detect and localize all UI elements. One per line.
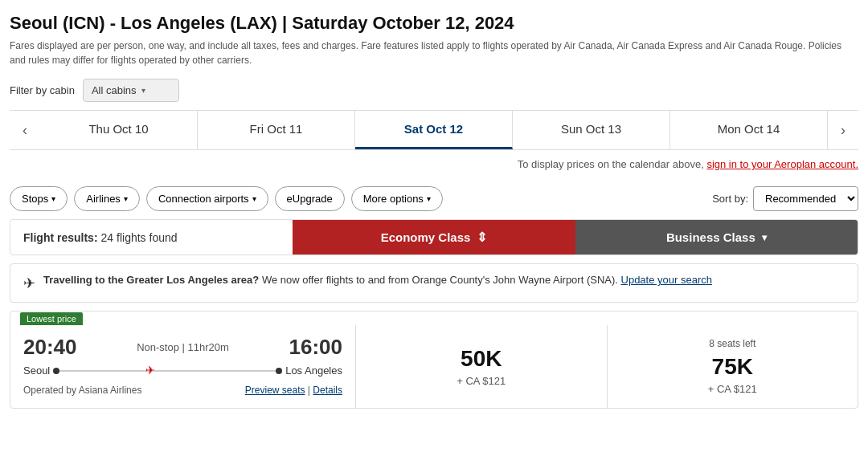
date-fri-oct11[interactable]: Fri Oct 11 [198, 111, 355, 149]
business-caret-icon: ▾ [762, 232, 767, 243]
flight-footer: Operated by Asiana Airlines Preview seat… [23, 385, 342, 396]
plane-icon: ✈ [23, 275, 35, 292]
stops-filter-button[interactable]: Stops ▾ [10, 186, 68, 211]
city-to: Los Angeles [285, 364, 342, 377]
city-from: Seoul [23, 364, 50, 377]
business-class-label: Business Class [666, 230, 755, 244]
route-dot-right [276, 368, 282, 374]
route-line: ✈ [56, 370, 279, 372]
connection-filter-button[interactable]: Connection airports ▾ [146, 186, 268, 211]
flight-links: Preview seats | Details [245, 385, 342, 396]
page-header: Seoul (ICN) - Los Angeles (LAX) | Saturd… [0, 0, 868, 71]
economy-class-label: Economy Class [381, 230, 471, 244]
more-options-button[interactable]: More options ▾ [351, 186, 443, 211]
page-subtitle: Fares displayed are per person, one way,… [10, 39, 858, 67]
economy-class-button[interactable]: Economy Class ⇕ [293, 220, 575, 255]
details-link[interactable]: Details [313, 385, 342, 396]
flight-times: 20:40 Non-stop | 11hr20m 16:00 [23, 335, 342, 360]
next-date-button[interactable]: › [828, 111, 858, 149]
aeroplan-text: To display prices on the calendar above, [518, 158, 704, 170]
results-count: 24 flights found [101, 231, 178, 244]
date-sun-oct13[interactable]: Sun Oct 13 [513, 111, 670, 149]
eupgrade-filter-label: eUpgrade [287, 193, 333, 205]
eupgrade-filter-button[interactable]: eUpgrade [275, 186, 345, 211]
badge-row: Lowest price [10, 312, 858, 325]
results-bar: Flight results: 24 flights found Economy… [10, 219, 858, 255]
date-mon-oct14[interactable]: Mon Oct 14 [670, 111, 828, 149]
preview-seats-link[interactable]: Preview seats [245, 385, 305, 396]
business-price-sub: + CA $121 [708, 383, 757, 395]
cabin-filter-value: All cabins [92, 84, 137, 96]
page-title: Seoul (ICN) - Los Angeles (LAX) | Saturd… [10, 13, 858, 34]
date-thu-oct10[interactable]: Thu Oct 10 [40, 111, 198, 149]
flight-card: Lowest price 20:40 Non-stop | 11hr20m 16… [10, 311, 858, 409]
prev-date-button[interactable]: ‹ [10, 111, 40, 149]
flight-main: 20:40 Non-stop | 11hr20m 16:00 Seoul ✈ L… [10, 325, 858, 408]
travel-banner: ✈ Travelling to the Greater Los Angeles … [10, 263, 858, 303]
flight-middle: Non-stop | 11hr20m [77, 341, 289, 353]
depart-time: 20:40 [23, 335, 77, 360]
route-dot-left [53, 368, 59, 374]
results-label-text: Flight results: [23, 231, 98, 244]
date-sat-oct12[interactable]: Sat Oct 12 [355, 111, 513, 149]
stops-filter-label: Stops [22, 193, 48, 205]
economy-price: 50K [461, 346, 502, 372]
arrive-time: 16:00 [289, 335, 343, 360]
stop-info: Non-stop | 11hr20m [137, 341, 229, 353]
route-plane-icon: ✈ [145, 364, 155, 377]
aeroplan-link[interactable]: sign in to your Aeroplan account. [706, 158, 858, 170]
economy-sort-icon: ⇕ [477, 230, 487, 245]
travel-banner-heading: Travelling to the Greater Los Angeles ar… [43, 274, 259, 286]
stops-caret-icon: ▾ [51, 194, 55, 203]
connection-filter-label: Connection airports [158, 193, 249, 205]
economy-price-cell[interactable]: 50K + CA $121 [356, 325, 608, 408]
more-options-caret-icon: ▾ [427, 194, 431, 203]
cabin-filter-row: Filter by cabin All cabins ▾ [0, 71, 868, 110]
filter-buttons-row: Stops ▾ Airlines ▾ Connection airports ▾… [0, 178, 868, 219]
flight-route: Seoul ✈ Los Angeles [23, 364, 342, 377]
seats-left-text: 8 seats left [709, 338, 755, 349]
more-options-label: More options [363, 193, 424, 205]
airlines-filter-label: Airlines [86, 193, 121, 205]
travel-banner-text: We now offer flights to and from Orange … [262, 274, 621, 286]
date-navigation: ‹ Thu Oct 10 Fri Oct 11 Sat Oct 12 Sun O… [10, 110, 858, 150]
connection-caret-icon: ▾ [252, 194, 256, 203]
sort-select[interactable]: Recommended [753, 186, 858, 211]
sort-label: Sort by: [712, 193, 748, 205]
business-price-cell[interactable]: 8 seats left 75K + CA $121 [608, 325, 858, 408]
cabin-filter-label: Filter by cabin [10, 84, 75, 96]
airlines-caret-icon: ▾ [124, 194, 128, 203]
results-label: Flight results: 24 flights found [10, 220, 293, 255]
cabin-filter-chevron: ▾ [141, 86, 145, 95]
update-search-link[interactable]: Update your search [621, 274, 712, 286]
sort-area: Sort by: Recommended [712, 186, 858, 211]
airlines-filter-button[interactable]: Airlines ▾ [74, 186, 140, 211]
economy-price-sub: + CA $121 [457, 375, 506, 387]
travel-banner-content: Travelling to the Greater Los Angeles ar… [43, 274, 712, 286]
business-price: 75K [712, 354, 753, 380]
operator-text: Operated by Asiana Airlines [23, 385, 141, 396]
business-class-button[interactable]: Business Class ▾ [575, 220, 858, 255]
lowest-price-badge: Lowest price [20, 312, 83, 325]
cabin-filter-select[interactable]: All cabins ▾ [83, 79, 179, 102]
flight-info-panel: 20:40 Non-stop | 11hr20m 16:00 Seoul ✈ L… [10, 325, 356, 408]
aeroplan-banner: To display prices on the calendar above,… [0, 150, 868, 178]
